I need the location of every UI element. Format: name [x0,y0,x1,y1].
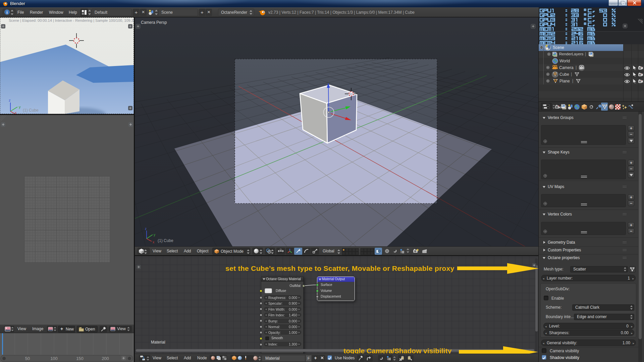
svg-text:Camera Persp: Camera Persp [141,20,167,25]
svg-text:x: x [15,111,17,114]
svg-text:z: z [145,227,147,231]
svg-text:Scene | Elapsed: 00:00.14 | In: Scene | Elapsed: 00:00.14 | Interactive … [9,18,133,22]
svg-text:x: x [153,240,154,244]
svg-text:y: y [19,105,21,109]
svg-text:z: z [9,98,11,102]
svg-text:(1) Cube: (1) Cube [23,108,39,113]
svg-text:(1) Cube: (1) Cube [158,238,173,243]
svg-text:y: y [154,233,155,237]
svg-text:50: 50 [25,356,30,361]
svg-text:100: 100 [50,356,58,361]
svg-text:200: 200 [102,356,109,361]
svg-text:150: 150 [76,356,84,361]
